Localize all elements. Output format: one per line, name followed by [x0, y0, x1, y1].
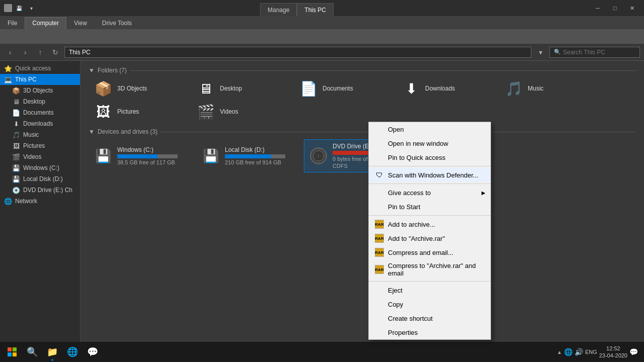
ctx-properties-icon: [375, 328, 384, 337]
ctx-sep3: [369, 215, 491, 216]
ctx-add-archive[interactable]: RAR Add to archive...: [369, 217, 491, 231]
ctx-give-access-label: Give access to: [388, 189, 431, 197]
ctx-create-shortcut-icon: [375, 314, 384, 323]
ctx-add-archive-rar-label: Add to "Archive.rar": [388, 235, 445, 242]
ctx-pin-quick[interactable]: Pin to Quick access: [369, 150, 491, 164]
ctx-open-new-window-icon: [375, 139, 384, 148]
context-menu: Open Open in new window Pin to Quick acc…: [368, 122, 491, 340]
ctx-create-shortcut[interactable]: Create shortcut: [369, 311, 491, 325]
ctx-sep2: [369, 184, 491, 184]
ctx-eject-icon: [375, 286, 384, 295]
ctx-scan-defender-icon: 🛡: [375, 170, 384, 179]
ctx-add-archive-rar-icon: RAR: [375, 234, 384, 243]
ctx-give-access[interactable]: Give access to: [369, 186, 491, 200]
ctx-compress-archive-email[interactable]: RAR Compress to "Archive.rar" and email: [369, 259, 491, 280]
ctx-give-access-icon: [375, 188, 384, 197]
ctx-add-archive-icon: RAR: [375, 220, 384, 229]
ctx-compress-archive-email-label: Compress to "Archive.rar" and email: [388, 262, 485, 277]
ctx-properties-label: Properties: [388, 329, 418, 336]
ctx-compress-archive-email-icon: RAR: [375, 265, 384, 274]
ctx-pin-quick-icon: [375, 153, 384, 162]
ctx-copy[interactable]: Copy: [369, 297, 491, 311]
ctx-pin-start-label: Pin to Start: [388, 203, 420, 211]
ctx-scan-defender-label: Scan with Windows Defender...: [388, 171, 478, 179]
ctx-open-icon: [375, 125, 384, 134]
ctx-pin-quick-label: Pin to Quick access: [388, 154, 445, 161]
ctx-pin-start[interactable]: Pin to Start: [369, 200, 491, 214]
ctx-sep4: [369, 281, 491, 282]
ctx-create-shortcut-label: Create shortcut: [388, 315, 433, 322]
ctx-compress-email[interactable]: RAR Compress and email...: [369, 245, 491, 259]
ctx-open-new-window-label: Open in new window: [388, 140, 448, 147]
ctx-pin-start-icon: [375, 202, 384, 211]
context-menu-overlay[interactable]: [0, 0, 644, 362]
ctx-add-archive-rar[interactable]: RAR Add to "Archive.rar": [369, 231, 491, 245]
ctx-copy-icon: [375, 300, 384, 309]
ctx-scan-defender[interactable]: 🛡 Scan with Windows Defender...: [369, 168, 491, 182]
ctx-sep1: [369, 166, 491, 166]
ctx-eject-label: Eject: [388, 287, 403, 294]
ctx-compress-email-icon: RAR: [375, 248, 384, 257]
ctx-open-new-window[interactable]: Open in new window: [369, 136, 491, 150]
ctx-compress-email-label: Compress and email...: [388, 249, 453, 256]
ctx-eject[interactable]: Eject: [369, 283, 491, 297]
ctx-open[interactable]: Open: [369, 122, 491, 136]
ctx-add-archive-label: Add to archive...: [388, 221, 435, 228]
ctx-open-label: Open: [388, 126, 404, 133]
ctx-copy-label: Copy: [388, 301, 403, 308]
ctx-properties[interactable]: Properties: [369, 325, 491, 339]
